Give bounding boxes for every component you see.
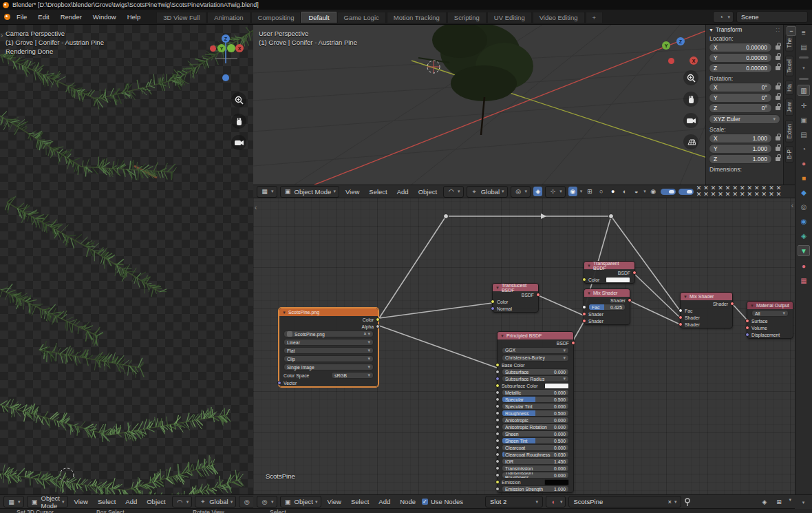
mode-dropdown[interactable]: ▣Object Mode▾ bbox=[27, 496, 68, 507]
target-dropdown[interactable]: All▾ bbox=[751, 310, 789, 317]
sheen-slider[interactable]: Sheen0.000 bbox=[502, 430, 569, 437]
snap-magnet-icon[interactable]: ◈ bbox=[760, 497, 769, 507]
snap-element-dropdown[interactable]: ⊹▾ bbox=[545, 186, 566, 198]
pivot-dropdown[interactable]: ◎▾ bbox=[239, 496, 253, 507]
constraints-tab-icon[interactable]: ◎ bbox=[798, 202, 809, 211]
menu-file[interactable]: File bbox=[12, 13, 32, 21]
interpolation-dropdown[interactable]: Linear▾ bbox=[284, 339, 374, 346]
lock-icon[interactable] bbox=[776, 85, 780, 90]
translucent-bsdf-node[interactable]: ▼Translucent BSDF BSDF Color Normal bbox=[492, 283, 539, 313]
blender-menu-icon[interactable] bbox=[4, 14, 10, 20]
menu-view[interactable]: View bbox=[324, 498, 345, 505]
menu-select[interactable]: Select bbox=[365, 188, 390, 196]
menu-select[interactable]: Select bbox=[348, 498, 372, 505]
camera-view-icon[interactable] bbox=[231, 135, 246, 150]
scene-selector[interactable]: Scene bbox=[736, 11, 808, 23]
axis-y-ball[interactable]: Y bbox=[217, 44, 226, 52]
overlay-grid-icon[interactable]: ⊞ bbox=[774, 497, 783, 507]
layers-grid-icon[interactable]: ⊞ bbox=[585, 187, 594, 196]
texture-tab-icon[interactable]: ▦ bbox=[798, 275, 809, 285]
modifiers-wrench-tab-icon[interactable]: ◆ bbox=[798, 187, 809, 197]
lock-icon[interactable] bbox=[776, 106, 780, 110]
projection-dropdown[interactable]: Flat▾ bbox=[284, 347, 374, 354]
axis-x-ball[interactable]: X bbox=[235, 44, 244, 52]
distribution-dropdown[interactable]: GGX▾ bbox=[502, 347, 569, 354]
header-menu-icon[interactable]: ▾ bbox=[802, 500, 805, 505]
menu-help[interactable]: Help bbox=[122, 13, 146, 21]
clearcoat-roughness-slider[interactable]: Clearcoat Roughness0.030 bbox=[502, 451, 569, 458]
rotation-z-field[interactable]: Z0° bbox=[709, 103, 772, 113]
axis-z-ball[interactable]: Z bbox=[222, 34, 230, 43]
outliner-scroll[interactable] bbox=[799, 56, 809, 59]
panel-collapse-icon[interactable]: ▼ bbox=[709, 28, 714, 32]
tools-icon[interactable]: ✛ bbox=[798, 101, 809, 110]
particles-tab-icon[interactable]: ◈ bbox=[798, 231, 809, 240]
image-selector[interactable]: ScotsPine.png× ▾ bbox=[284, 331, 374, 337]
roughness-slider[interactable]: Roughness0.500 bbox=[502, 410, 569, 417]
collapse-button[interactable]: − bbox=[787, 26, 796, 36]
axis-x-neg-ball[interactable] bbox=[668, 58, 674, 64]
orientation-dropdown[interactable]: ⌖Global▾ bbox=[195, 496, 236, 507]
visibility-eye-icon[interactable]: ◉ bbox=[649, 187, 658, 196]
properties-editor-icon[interactable]: ▥ bbox=[798, 85, 810, 96]
node-editor[interactable]: ▼ScotsPine.png Color Alpha ScotsPine.png… bbox=[253, 185, 795, 494]
tab-add[interactable]: + bbox=[586, 12, 603, 23]
tab-motion-tracking[interactable]: Motion Tracking bbox=[387, 12, 447, 23]
menu-view[interactable]: View bbox=[71, 498, 92, 505]
region-chevron[interactable]: ‹ bbox=[791, 202, 793, 209]
orientation-dropdown[interactable]: ⌖Global▾ bbox=[467, 186, 508, 198]
shader-type-dropdown[interactable]: ▣Object▾ bbox=[280, 496, 321, 507]
menu-object[interactable]: Object bbox=[415, 188, 440, 196]
tab-compositing[interactable]: Compositing bbox=[251, 12, 301, 23]
colorspace-dropdown[interactable]: sRGB▾ bbox=[331, 372, 374, 379]
menu-view[interactable]: View bbox=[342, 188, 363, 196]
lock-icon[interactable] bbox=[776, 45, 780, 50]
filter-dropdown-icon[interactable]: ▾ bbox=[798, 63, 809, 73]
tab-animation[interactable]: Animation bbox=[207, 12, 250, 23]
editor-type-button[interactable]: ▦▾ bbox=[3, 496, 24, 507]
scale-z-field[interactable]: Z1.000 bbox=[709, 154, 772, 164]
lock-icon[interactable] bbox=[776, 157, 780, 161]
pin-icon[interactable] bbox=[684, 498, 691, 506]
editor-type-button[interactable]: ◎▾ bbox=[257, 496, 277, 507]
object-data-tab-icon[interactable]: ▼ bbox=[798, 245, 810, 256]
anisotropic-rotation-slider[interactable]: Anisotropic Rotation0.000 bbox=[502, 423, 569, 430]
menu-edit[interactable]: Edit bbox=[33, 13, 54, 21]
outliner-display-icon[interactable]: ▤ bbox=[798, 42, 809, 52]
location-x-field[interactable]: X0.00000 bbox=[709, 43, 772, 52]
snap-magnet-icon[interactable]: ◈ bbox=[533, 187, 542, 196]
outliner-editor-icon[interactable]: ≡ bbox=[798, 28, 809, 37]
sidebar-tab-the[interactable]: The bbox=[785, 34, 793, 52]
shading-rendered-icon[interactable]: ◒ bbox=[632, 187, 641, 196]
tab-3d-view-full[interactable]: 3D View Full bbox=[156, 12, 206, 23]
pan-hand-icon[interactable] bbox=[231, 114, 246, 129]
object-tab-icon[interactable]: ■ bbox=[798, 173, 809, 182]
ior-field[interactable]: IOR1.450 bbox=[502, 458, 569, 465]
location-y-field[interactable]: Y0.00000 bbox=[709, 53, 772, 63]
menu-window[interactable]: Window bbox=[88, 13, 121, 21]
lock-icon[interactable] bbox=[776, 66, 780, 70]
toggle-switch[interactable] bbox=[679, 189, 694, 195]
slot-dropdown[interactable]: Slot 2▾ bbox=[485, 496, 543, 507]
use-nodes-toggle[interactable]: ✓ Use Nodes bbox=[422, 498, 463, 505]
axis-z-ball[interactable]: Z bbox=[676, 37, 685, 45]
subsurface-method-dropdown[interactable]: Christensen-Burley▾ bbox=[502, 355, 569, 362]
rotation-x-field[interactable]: X0° bbox=[709, 83, 772, 92]
zoom-icon[interactable] bbox=[231, 92, 246, 107]
render-tab-icon[interactable]: ▣ bbox=[798, 115, 809, 125]
mode-dropdown[interactable]: ▣Object Mode▾ bbox=[280, 186, 339, 198]
menu-add[interactable]: Add bbox=[375, 498, 394, 505]
material-tab-icon[interactable]: ● bbox=[798, 261, 809, 271]
scale-x-field[interactable]: X1.000 bbox=[709, 134, 772, 143]
rotation-mode-dropdown[interactable]: XYZ Euler▾ bbox=[709, 114, 780, 124]
menu-add[interactable]: Add bbox=[122, 498, 140, 505]
extension-dropdown[interactable]: Clip▾ bbox=[284, 355, 374, 362]
draw-mode-button[interactable]: ◠▾ bbox=[172, 496, 193, 507]
axis-x-ball[interactable]: X bbox=[690, 56, 698, 65]
source-dropdown[interactable]: Single Image▾ bbox=[284, 364, 374, 370]
subsurface-color-swatch[interactable] bbox=[544, 383, 569, 389]
location-z-field[interactable]: Z0.00000 bbox=[709, 63, 772, 73]
fac-slider[interactable]: Fac0.425 bbox=[588, 304, 626, 311]
image-texture-node[interactable]: ▼ScotsPine.png Color Alpha ScotsPine.png… bbox=[279, 308, 378, 387]
shading-wireframe-icon[interactable]: ○ bbox=[597, 187, 606, 196]
